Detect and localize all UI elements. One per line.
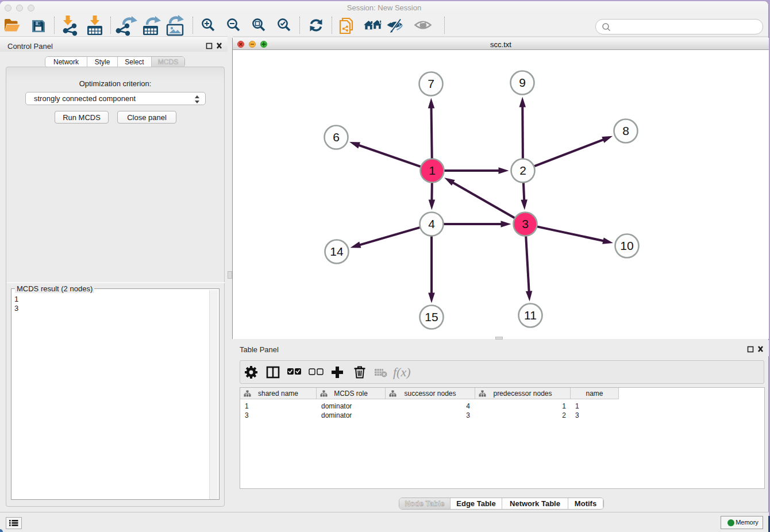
svg-text:7: 7 xyxy=(428,77,434,90)
svg-text:10: 10 xyxy=(620,239,633,252)
svg-text:1: 1 xyxy=(429,164,436,177)
svg-text:11: 11 xyxy=(524,309,537,322)
svg-text:3: 3 xyxy=(522,217,529,230)
svg-text:f(x): f(x) xyxy=(393,365,411,379)
svg-text:15: 15 xyxy=(425,310,438,323)
svg-text:14: 14 xyxy=(330,245,344,258)
svg-text:2: 2 xyxy=(519,164,526,177)
svg-text:6: 6 xyxy=(333,130,340,144)
svg-text:9: 9 xyxy=(519,76,526,89)
svg-text:4: 4 xyxy=(428,217,435,230)
svg-text:8: 8 xyxy=(622,124,629,137)
